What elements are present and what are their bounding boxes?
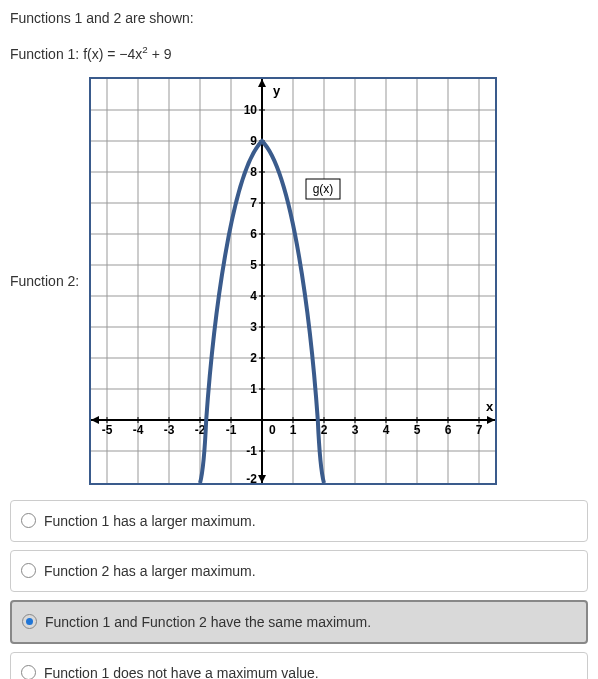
x-tick: 2 xyxy=(321,423,328,437)
option-3[interactable]: Function 1 and Function 2 have the same … xyxy=(10,600,588,644)
intro-text: Functions 1 and 2 are shown: xyxy=(10,10,588,26)
option-label: Function 1 has a larger maximum. xyxy=(44,513,256,529)
svg-marker-27 xyxy=(487,416,495,424)
x-tick: 3 xyxy=(352,423,359,437)
x-tick: 5 xyxy=(414,423,421,437)
y-tick: 10 xyxy=(244,103,258,117)
x-tick: -1 xyxy=(226,423,237,437)
x-tick: 7 xyxy=(476,423,483,437)
x-tick: 4 xyxy=(383,423,390,437)
x-tick: -5 xyxy=(102,423,113,437)
radio-icon xyxy=(21,563,36,578)
curve-label: g(x) xyxy=(313,182,334,196)
option-1[interactable]: Function 1 has a larger maximum. xyxy=(10,500,588,542)
function-1-label: Function 1: f(x) = −4x2 + 9 xyxy=(10,44,588,62)
y-tick: 7 xyxy=(251,196,258,210)
x-tick: -3 xyxy=(164,423,175,437)
radio-icon xyxy=(21,513,36,528)
y-tick: 3 xyxy=(251,320,258,334)
y-tick: 5 xyxy=(251,258,258,272)
y-tick: 6 xyxy=(251,227,258,241)
x-tick: 0 xyxy=(269,423,276,437)
svg-marker-28 xyxy=(91,416,99,424)
y-axis-label: y xyxy=(273,83,281,98)
y-tick: -1 xyxy=(247,444,258,458)
radio-icon xyxy=(22,614,37,629)
graph-container: -5 -4 -3 -2 -1 0 1 2 3 4 5 6 7 1 2 3 4 5… xyxy=(89,77,497,485)
svg-marker-29 xyxy=(258,79,266,87)
x-tick: 1 xyxy=(290,423,297,437)
option-label: Function 1 and Function 2 have the same … xyxy=(45,614,371,630)
graph-svg: -5 -4 -3 -2 -1 0 1 2 3 4 5 6 7 1 2 3 4 5… xyxy=(91,79,495,483)
y-tick: 4 xyxy=(251,289,258,303)
function-2-label: Function 2: xyxy=(10,273,79,289)
radio-icon xyxy=(21,665,36,679)
y-tick: -2 xyxy=(247,472,258,483)
option-label: Function 2 has a larger maximum. xyxy=(44,563,256,579)
option-4[interactable]: Function 1 does not have a maximum value… xyxy=(10,652,588,679)
svg-marker-30 xyxy=(258,475,266,483)
x-tick: 6 xyxy=(445,423,452,437)
y-tick: 8 xyxy=(251,165,258,179)
y-tick: 2 xyxy=(251,351,258,365)
option-label: Function 1 does not have a maximum value… xyxy=(44,665,319,679)
x-axis-label: x xyxy=(486,399,494,414)
x-tick: -4 xyxy=(133,423,144,437)
option-2[interactable]: Function 2 has a larger maximum. xyxy=(10,550,588,592)
y-tick: 1 xyxy=(251,382,258,396)
